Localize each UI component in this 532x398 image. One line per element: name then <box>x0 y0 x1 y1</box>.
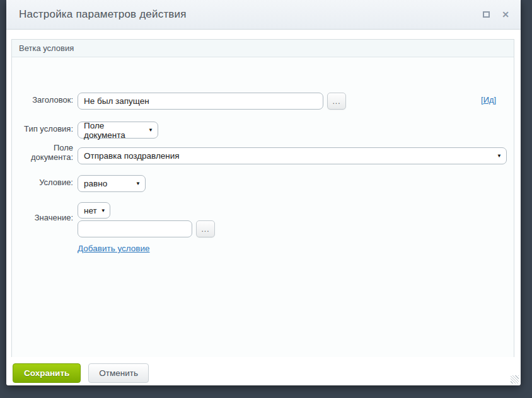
condition-value: равно <box>84 179 107 188</box>
value-field-label: Значение: <box>12 213 73 222</box>
id-link-suffix: ] <box>494 95 497 105</box>
dialog-title: Настройка параметров действия <box>19 8 187 21</box>
condition-select[interactable]: равно ▼ <box>78 175 146 192</box>
document-field-label: Поле документа: <box>12 143 73 162</box>
maximize-icon[interactable] <box>483 11 490 18</box>
value-more-button[interactable]: ... <box>196 220 215 237</box>
condition-label: Условие: <box>12 178 73 187</box>
add-condition-link[interactable]: Добавить условие <box>78 244 150 253</box>
condition-type-value: Поле документа <box>84 121 142 140</box>
document-field-label-line1: Поле <box>12 143 73 152</box>
value-modifier-value: нет <box>84 206 97 215</box>
close-icon[interactable]: ✕ <box>502 10 509 19</box>
chevron-down-icon: ▼ <box>148 127 153 133</box>
panel-header: Ветка условия <box>12 40 514 57</box>
condition-branch-panel: Ветка условия Заголовок: ... [Ид] Тип ус… <box>11 39 514 357</box>
chevron-down-icon: ▼ <box>136 181 141 186</box>
id-link-container: [Ид] <box>481 95 496 105</box>
action-settings-dialog: Настройка параметров действия ✕ Ветка ус… <box>6 0 521 385</box>
document-field-value: Отправка поздравления <box>84 151 180 161</box>
id-link[interactable]: Ид <box>483 95 494 105</box>
resize-grip[interactable] <box>511 375 519 384</box>
document-field-label-line2: документа: <box>12 152 73 162</box>
value-modifier-select[interactable]: нет ▼ <box>78 202 110 219</box>
cancel-button[interactable]: Отменить <box>88 363 149 383</box>
title-input[interactable] <box>78 93 323 110</box>
dialog-footer: Сохранить Отменить <box>13 363 149 383</box>
dialog-titlebar: Настройка параметров действия ✕ <box>6 0 521 30</box>
value-input[interactable] <box>78 220 192 237</box>
title-more-button[interactable]: ... <box>327 93 346 110</box>
panel-body: Заголовок: ... [Ид] Тип условия: Поле до… <box>12 57 514 357</box>
document-field-select[interactable]: Отправка поздравления ▼ <box>78 147 507 164</box>
chevron-down-icon: ▼ <box>101 208 106 213</box>
condition-type-label: Тип условия: <box>12 124 73 134</box>
title-field-label: Заголовок: <box>12 95 73 105</box>
window-controls: ✕ <box>483 10 509 19</box>
save-button[interactable]: Сохранить <box>13 363 81 383</box>
chevron-down-icon: ▼ <box>497 153 502 159</box>
condition-type-select[interactable]: Поле документа ▼ <box>78 122 158 139</box>
